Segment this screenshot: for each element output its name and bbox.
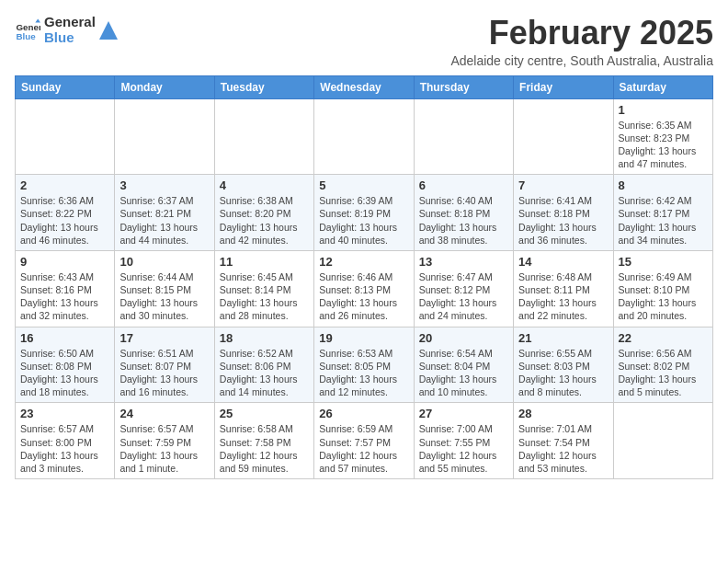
calendar-cell xyxy=(16,98,115,175)
calendar-cell: 9Sunrise: 6:43 AM Sunset: 8:16 PM Daylig… xyxy=(16,250,115,327)
calendar-week-4: 16Sunrise: 6:50 AM Sunset: 8:08 PM Dayli… xyxy=(16,327,713,403)
calendar-cell: 20Sunrise: 6:54 AM Sunset: 8:04 PM Dayli… xyxy=(414,327,513,403)
logo-triangle-icon xyxy=(99,21,118,40)
day-number: 21 xyxy=(518,331,608,345)
day-number: 26 xyxy=(319,407,408,420)
day-info: Sunrise: 6:40 AM Sunset: 8:18 PM Dayligh… xyxy=(419,194,508,247)
day-info: Sunrise: 6:57 AM Sunset: 7:59 PM Dayligh… xyxy=(119,422,209,475)
weekday-header-sunday: Sunday xyxy=(16,75,115,98)
calendar-cell: 18Sunrise: 6:52 AM Sunset: 8:06 PM Dayli… xyxy=(214,327,313,403)
day-number: 27 xyxy=(419,407,508,420)
calendar-cell: 11Sunrise: 6:45 AM Sunset: 8:14 PM Dayli… xyxy=(214,250,313,327)
day-number: 6 xyxy=(419,178,508,192)
page-header: General Blue General Blue February 2025 … xyxy=(15,15,713,68)
day-info: Sunrise: 6:35 AM Sunset: 8:23 PM Dayligh… xyxy=(619,119,708,171)
day-number: 1 xyxy=(619,103,708,117)
weekday-header-friday: Friday xyxy=(514,75,613,98)
weekday-header-saturday: Saturday xyxy=(613,75,712,98)
svg-marker-3 xyxy=(99,21,118,40)
day-number: 4 xyxy=(220,178,309,192)
day-number: 12 xyxy=(319,255,408,269)
weekday-header-monday: Monday xyxy=(115,75,214,98)
day-info: Sunrise: 6:57 AM Sunset: 8:00 PM Dayligh… xyxy=(20,422,109,475)
day-info: Sunrise: 6:52 AM Sunset: 8:06 PM Dayligh… xyxy=(220,347,309,399)
day-info: Sunrise: 7:01 AM Sunset: 7:54 PM Dayligh… xyxy=(518,422,608,475)
day-number: 22 xyxy=(619,331,708,345)
day-number: 16 xyxy=(20,331,109,345)
day-info: Sunrise: 6:38 AM Sunset: 8:20 PM Dayligh… xyxy=(220,194,309,247)
day-number: 9 xyxy=(20,255,109,269)
day-number: 25 xyxy=(220,407,309,420)
calendar-cell: 1Sunrise: 6:35 AM Sunset: 8:23 PM Daylig… xyxy=(613,98,712,175)
day-info: Sunrise: 6:59 AM Sunset: 7:57 PM Dayligh… xyxy=(319,422,408,475)
calendar-cell xyxy=(115,98,214,175)
calendar-cell: 27Sunrise: 7:00 AM Sunset: 7:55 PM Dayli… xyxy=(414,403,513,479)
day-number: 28 xyxy=(518,407,608,420)
calendar-cell: 14Sunrise: 6:48 AM Sunset: 8:11 PM Dayli… xyxy=(514,250,613,327)
day-info: Sunrise: 6:36 AM Sunset: 8:22 PM Dayligh… xyxy=(20,194,109,247)
calendar-cell: 25Sunrise: 6:58 AM Sunset: 7:58 PM Dayli… xyxy=(214,403,313,479)
day-info: Sunrise: 6:42 AM Sunset: 8:17 PM Dayligh… xyxy=(619,194,708,247)
day-number: 10 xyxy=(119,255,209,269)
day-number: 8 xyxy=(619,178,708,192)
calendar-table: SundayMondayTuesdayWednesdayThursdayFrid… xyxy=(15,75,713,479)
calendar-cell: 16Sunrise: 6:50 AM Sunset: 8:08 PM Dayli… xyxy=(16,327,115,403)
calendar-cell: 4Sunrise: 6:38 AM Sunset: 8:20 PM Daylig… xyxy=(214,175,313,251)
day-info: Sunrise: 6:47 AM Sunset: 8:12 PM Dayligh… xyxy=(419,270,508,323)
calendar-cell: 7Sunrise: 6:41 AM Sunset: 8:18 PM Daylig… xyxy=(514,175,613,251)
calendar-cell: 23Sunrise: 6:57 AM Sunset: 8:00 PM Dayli… xyxy=(16,403,115,479)
calendar-week-5: 23Sunrise: 6:57 AM Sunset: 8:00 PM Dayli… xyxy=(16,403,713,479)
calendar-week-3: 9Sunrise: 6:43 AM Sunset: 8:16 PM Daylig… xyxy=(16,250,713,327)
calendar-week-1: 1Sunrise: 6:35 AM Sunset: 8:23 PM Daylig… xyxy=(16,98,713,175)
calendar-cell: 21Sunrise: 6:55 AM Sunset: 8:03 PM Dayli… xyxy=(514,327,613,403)
calendar-cell: 28Sunrise: 7:01 AM Sunset: 7:54 PM Dayli… xyxy=(514,403,613,479)
day-info: Sunrise: 6:37 AM Sunset: 8:21 PM Dayligh… xyxy=(119,194,209,247)
day-info: Sunrise: 6:44 AM Sunset: 8:15 PM Dayligh… xyxy=(119,270,209,323)
calendar-cell: 10Sunrise: 6:44 AM Sunset: 8:15 PM Dayli… xyxy=(115,250,214,327)
logo-blue: Blue xyxy=(44,30,96,46)
day-number: 24 xyxy=(119,407,209,420)
calendar-week-2: 2Sunrise: 6:36 AM Sunset: 8:22 PM Daylig… xyxy=(16,175,713,251)
day-number: 7 xyxy=(518,178,608,192)
day-number: 18 xyxy=(220,331,309,345)
day-number: 19 xyxy=(319,331,408,345)
day-info: Sunrise: 6:48 AM Sunset: 8:11 PM Dayligh… xyxy=(518,270,608,323)
day-info: Sunrise: 6:39 AM Sunset: 8:19 PM Dayligh… xyxy=(319,194,408,247)
day-number: 17 xyxy=(119,331,209,345)
day-number: 5 xyxy=(319,178,408,192)
calendar-cell xyxy=(613,403,712,479)
weekday-header-thursday: Thursday xyxy=(414,75,513,98)
calendar-cell: 2Sunrise: 6:36 AM Sunset: 8:22 PM Daylig… xyxy=(16,175,115,251)
day-info: Sunrise: 6:45 AM Sunset: 8:14 PM Dayligh… xyxy=(220,270,309,323)
svg-marker-2 xyxy=(35,18,40,22)
day-info: Sunrise: 6:53 AM Sunset: 8:05 PM Dayligh… xyxy=(319,347,408,399)
day-number: 11 xyxy=(220,255,309,269)
logo-general: General xyxy=(44,15,96,30)
month-title: February 2025 xyxy=(450,15,713,52)
day-info: Sunrise: 6:58 AM Sunset: 7:58 PM Dayligh… xyxy=(220,422,309,475)
day-number: 14 xyxy=(518,255,608,269)
logo: General Blue General Blue xyxy=(15,15,118,45)
calendar-cell: 17Sunrise: 6:51 AM Sunset: 8:07 PM Dayli… xyxy=(115,327,214,403)
day-info: Sunrise: 6:56 AM Sunset: 8:02 PM Dayligh… xyxy=(619,347,708,399)
weekday-header-tuesday: Tuesday xyxy=(214,75,313,98)
day-info: Sunrise: 6:54 AM Sunset: 8:04 PM Dayligh… xyxy=(419,347,508,399)
calendar-cell: 24Sunrise: 6:57 AM Sunset: 7:59 PM Dayli… xyxy=(115,403,214,479)
day-info: Sunrise: 6:43 AM Sunset: 8:16 PM Dayligh… xyxy=(20,270,109,323)
day-number: 23 xyxy=(20,407,109,420)
location-subtitle: Adelaide city centre, South Australia, A… xyxy=(450,53,713,68)
day-info: Sunrise: 6:50 AM Sunset: 8:08 PM Dayligh… xyxy=(20,347,109,399)
day-info: Sunrise: 6:41 AM Sunset: 8:18 PM Dayligh… xyxy=(518,194,608,247)
calendar-cell xyxy=(214,98,313,175)
title-area: February 2025 Adelaide city centre, Sout… xyxy=(450,15,713,68)
day-info: Sunrise: 6:49 AM Sunset: 8:10 PM Dayligh… xyxy=(619,270,708,323)
calendar-cell xyxy=(414,98,513,175)
day-number: 20 xyxy=(419,331,508,345)
calendar-cell: 19Sunrise: 6:53 AM Sunset: 8:05 PM Dayli… xyxy=(314,327,414,403)
calendar-cell: 22Sunrise: 6:56 AM Sunset: 8:02 PM Dayli… xyxy=(613,327,712,403)
day-number: 3 xyxy=(119,178,209,192)
day-info: Sunrise: 6:55 AM Sunset: 8:03 PM Dayligh… xyxy=(518,347,608,399)
svg-text:Blue: Blue xyxy=(16,30,36,40)
day-info: Sunrise: 6:51 AM Sunset: 8:07 PM Dayligh… xyxy=(119,347,209,399)
calendar-cell: 12Sunrise: 6:46 AM Sunset: 8:13 PM Dayli… xyxy=(314,250,414,327)
